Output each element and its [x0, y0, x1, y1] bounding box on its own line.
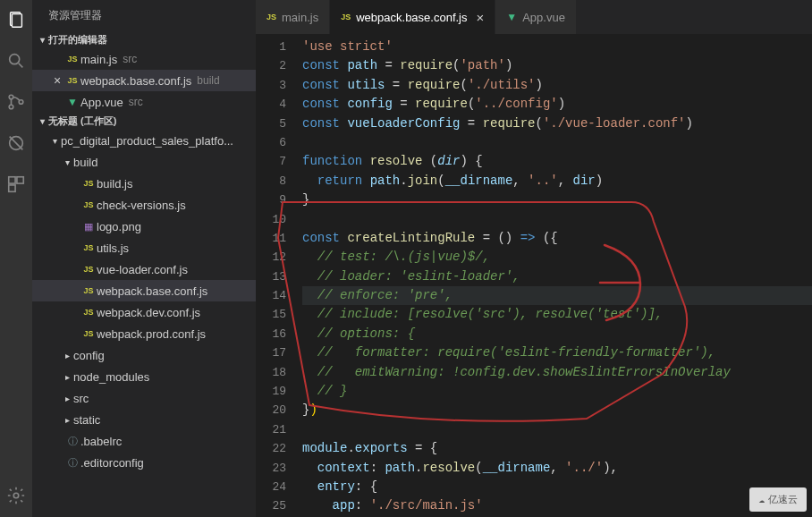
explorer-icon[interactable]	[5, 9, 27, 30]
line-number: 17	[256, 343, 286, 362]
file-item[interactable]: JSwebpack.dev.conf.js	[32, 301, 256, 323]
code-line[interactable]: // emitWarning: !config.dev.showEslintEr…	[302, 363, 812, 382]
settings-gear-icon[interactable]	[5, 485, 27, 506]
line-number: 10	[256, 210, 286, 229]
file-label: build.js	[97, 177, 132, 191]
code-line[interactable]: const createLintingRule = () => ({	[302, 229, 812, 248]
search-icon[interactable]	[5, 50, 27, 72]
chevron-down-icon: ▾	[36, 35, 48, 45]
folder-item[interactable]: ▸src	[32, 387, 256, 409]
line-number: 13	[256, 267, 286, 286]
file-dir: build	[197, 74, 219, 87]
workspace-root[interactable]: ▾ pc_digital_product_sales_platfo...	[32, 130, 256, 151]
code-line[interactable]: const path = require('path')	[302, 56, 812, 75]
file-item[interactable]: JSvue-loader.conf.js	[32, 258, 256, 280]
code-line[interactable]: context: path.resolve(__dirname, '../'),	[302, 459, 812, 478]
code-line[interactable]: const config = require('../config')	[302, 95, 812, 114]
dirty-close-icon[interactable]: ×	[50, 73, 64, 88]
folder-item[interactable]: ▾build	[32, 151, 256, 173]
file-item[interactable]: JSutils.js	[32, 237, 256, 258]
code-content[interactable]: 'use strict'const path = require('path')…	[302, 34, 812, 517]
editor-tabs: JSmain.jsJSwebpack.base.conf.js×▼App.vue	[256, 0, 812, 34]
chevron-right-icon: ▸	[61, 351, 73, 360]
code-line[interactable]: // }	[302, 382, 812, 401]
file-item[interactable]: ▦logo.png	[32, 216, 256, 237]
code-line[interactable]	[302, 133, 812, 152]
line-number: 18	[256, 363, 286, 382]
code-line[interactable]	[302, 210, 812, 229]
code-line[interactable]: module.exports = {	[302, 439, 812, 458]
svg-point-2	[10, 55, 20, 64]
folder-label: node_modules	[73, 370, 149, 384]
editor-tab[interactable]: JSmain.js	[256, 0, 330, 34]
watermark-text: 亿速云	[768, 493, 798, 506]
close-icon[interactable]: ×	[477, 10, 485, 25]
open-editors-header[interactable]: ▾ 打开的编辑器	[32, 31, 256, 48]
code-line[interactable]: // formatter: require('eslint-friendly-f…	[302, 343, 812, 362]
editor-tab[interactable]: ▼App.vue	[495, 0, 577, 34]
line-number: 20	[256, 401, 286, 420]
code-line[interactable]: // options: {	[302, 325, 812, 343]
folder-item[interactable]: ▸static	[32, 409, 256, 430]
code-line[interactable]	[302, 420, 812, 439]
code-line[interactable]: entry: {	[302, 478, 812, 496]
cloud-icon: ☁	[758, 494, 765, 505]
line-number: 25	[256, 496, 286, 515]
open-editor-item[interactable]: ▼App.vuesrc	[32, 91, 256, 113]
svg-point-12	[13, 493, 19, 498]
line-number: 15	[256, 305, 286, 324]
file-label: webpack.prod.conf.js	[97, 327, 206, 341]
debug-icon[interactable]	[5, 132, 27, 154]
file-label: .editorconfig	[80, 456, 144, 470]
editor-area: JSmain.jsJSwebpack.base.conf.js×▼App.vue…	[256, 0, 812, 517]
sidebar-title: 资源管理器	[32, 0, 256, 31]
file-item[interactable]: JSwebpack.base.conf.js	[32, 280, 256, 301]
file-item[interactable]: JSbuild.js	[32, 173, 256, 194]
code-line[interactable]: // include: [resolve('src'), resolve('te…	[302, 305, 812, 324]
code-line[interactable]: 'use strict'	[302, 38, 812, 56]
file-label: check-versions.js	[97, 199, 186, 212]
line-number: 24	[256, 478, 286, 496]
code-line[interactable]: const utils = require('./utils')	[302, 76, 812, 95]
code-line[interactable]: })	[302, 401, 812, 420]
file-dir: src	[123, 53, 137, 65]
code-line[interactable]: return path.join(__dirname, '..', dir)	[302, 172, 812, 191]
svg-rect-10	[17, 177, 23, 183]
extensions-icon[interactable]	[5, 174, 27, 195]
file-label: App.vue	[80, 96, 123, 109]
code-editor[interactable]: 1234567891011121314151617181920212223242…	[256, 34, 812, 517]
folder-item[interactable]: ▸config	[32, 344, 256, 366]
line-number: 2	[256, 56, 286, 75]
folder-label: config	[73, 349, 105, 362]
editor-tab[interactable]: JSwebpack.base.conf.js×	[330, 0, 495, 34]
svg-rect-11	[9, 185, 15, 191]
file-item[interactable]: JScheck-versions.js	[32, 194, 256, 216]
js-icon: JS	[341, 13, 351, 21]
workspace-header[interactable]: ▾ 无标题 (工作区)	[32, 113, 256, 130]
code-line[interactable]: // test: /\.(js|vue)$/,	[302, 248, 812, 267]
code-line[interactable]: const vueLoaderConfig = require('./vue-l…	[302, 114, 812, 133]
line-number: 21	[256, 420, 286, 439]
file-item[interactable]: ⓘ.editorconfig	[32, 452, 256, 473]
file-label: utils.js	[97, 242, 129, 255]
file-item[interactable]: ⓘ.babelrc	[32, 430, 256, 452]
line-number: 5	[256, 114, 286, 133]
open-editor-item[interactable]: JSmain.jssrc	[32, 48, 256, 70]
code-line[interactable]: // loader: 'eslint-loader',	[302, 267, 812, 286]
code-line[interactable]: function resolve (dir) {	[302, 152, 812, 171]
folder-item[interactable]: ▸node_modules	[32, 366, 256, 387]
explorer-sidebar: 资源管理器 ▾ 打开的编辑器 JSmain.jssrc×JSwebpack.ba…	[32, 0, 256, 517]
line-number: 11	[256, 229, 286, 248]
code-line[interactable]: }	[302, 191, 812, 209]
source-control-icon[interactable]	[5, 91, 27, 113]
file-label: vue-loader.conf.js	[97, 263, 188, 276]
file-label: webpack.base.conf.js	[80, 74, 191, 88]
tab-label: webpack.base.conf.js	[356, 11, 467, 24]
open-editor-item[interactable]: ×JSwebpack.base.conf.jsbuild	[32, 70, 256, 91]
code-line[interactable]: // enforce: 'pre',	[302, 286, 812, 305]
code-line[interactable]: app: './src/main.js'	[302, 496, 812, 515]
chevron-right-icon: ▸	[61, 415, 73, 425]
file-label: main.js	[80, 53, 117, 66]
file-item[interactable]: JSwebpack.prod.conf.js	[32, 323, 256, 344]
line-number: 4	[256, 95, 286, 114]
